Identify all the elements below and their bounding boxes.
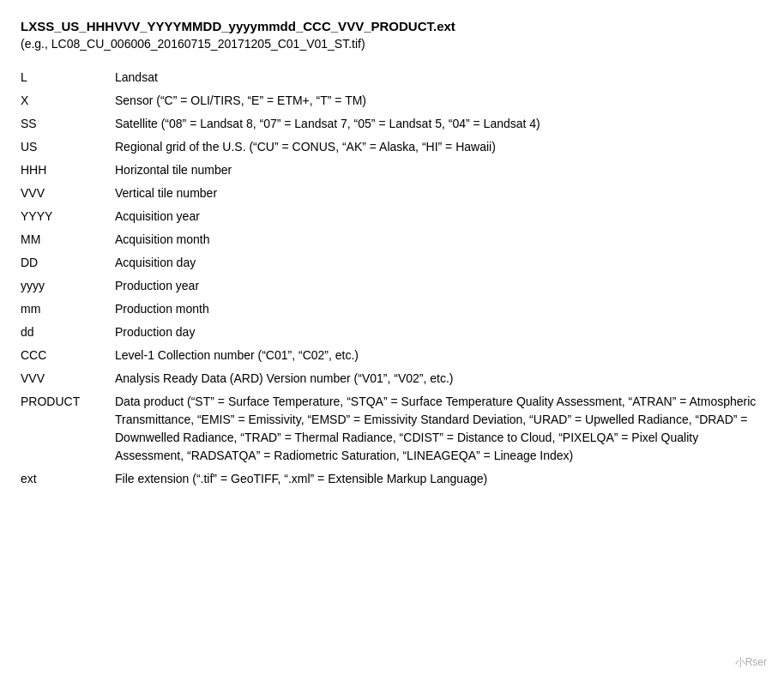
table-row: DDAcquisition day xyxy=(21,251,763,274)
row-key: US xyxy=(21,136,115,159)
row-value: Acquisition day xyxy=(115,251,763,274)
row-key: mm xyxy=(21,298,115,321)
table-row: ddProduction day xyxy=(21,321,763,344)
row-value: Vertical tile number xyxy=(115,182,763,205)
watermark-text: 小Rser xyxy=(735,655,767,670)
row-key: CCC xyxy=(21,344,115,367)
row-value: Level-1 Collection number (“C01”, “C02”,… xyxy=(115,344,763,367)
table-row: SSSatellite (“08” = Landsat 8, “07” = La… xyxy=(21,112,763,136)
table-row: mmProduction month xyxy=(21,298,763,321)
row-value: File extension (“.tif” = GeoTIFF, “.xml”… xyxy=(115,467,763,491)
table-row: USRegional grid of the U.S. (“CU” = CONU… xyxy=(21,136,763,159)
row-value: Regional grid of the U.S. (“CU” = CONUS,… xyxy=(115,136,763,159)
row-key: DD xyxy=(21,251,115,274)
table-row: MMAcquisition month xyxy=(21,228,763,251)
table-row: VVVAnalysis Ready Data (ARD) Version num… xyxy=(21,367,763,390)
row-key: YYYY xyxy=(21,205,115,228)
page-title: LXSS_US_HHHVVV_YYYYMMDD_yyyymmdd_CCC_VVV… xyxy=(21,17,763,35)
row-value: Production year xyxy=(115,274,763,298)
row-value: Horizontal tile number xyxy=(115,159,763,182)
row-key: ext xyxy=(21,467,115,491)
table-row: VVVVertical tile number xyxy=(21,182,763,205)
table-row: extFile extension (“.tif” = GeoTIFF, “.x… xyxy=(21,467,763,491)
table-row: CCCLevel-1 Collection number (“C01”, “C0… xyxy=(21,344,763,367)
table-row: LLandsat xyxy=(21,66,763,89)
row-value: Acquisition year xyxy=(115,205,763,228)
table-row: PRODUCTData product (“ST” = Surface Temp… xyxy=(21,390,763,467)
row-key: yyyy xyxy=(21,274,115,298)
table-row: HHHHorizontal tile number xyxy=(21,159,763,182)
row-key: HHH xyxy=(21,159,115,182)
row-value: Sensor (“C” = OLI/TIRS, “E” = ETM+, “T” … xyxy=(115,89,763,112)
table-row: YYYYAcquisition year xyxy=(21,205,763,228)
row-value: Production month xyxy=(115,298,763,321)
row-value: Data product (“ST” = Surface Temperature… xyxy=(115,390,763,467)
definition-table: LLandsatXSensor (“C” = OLI/TIRS, “E” = E… xyxy=(21,66,763,491)
table-row: XSensor (“C” = OLI/TIRS, “E” = ETM+, “T”… xyxy=(21,89,763,112)
row-value: Analysis Ready Data (ARD) Version number… xyxy=(115,367,763,390)
page-subtitle: (e.g., LC08_CU_006006_20160715_20171205_… xyxy=(21,37,763,51)
row-key: L xyxy=(21,66,115,89)
row-key: VVV xyxy=(21,367,115,390)
row-key: PRODUCT xyxy=(21,390,115,467)
row-key: MM xyxy=(21,228,115,251)
row-value: Production day xyxy=(115,321,763,344)
row-key: SS xyxy=(21,112,115,136)
row-key: X xyxy=(21,89,115,112)
row-key: VVV xyxy=(21,182,115,205)
row-key: dd xyxy=(21,321,115,344)
row-value: Landsat xyxy=(115,66,763,89)
table-row: yyyyProduction year xyxy=(21,274,763,298)
row-value: Acquisition month xyxy=(115,228,763,251)
row-value: Satellite (“08” = Landsat 8, “07” = Land… xyxy=(115,112,763,136)
